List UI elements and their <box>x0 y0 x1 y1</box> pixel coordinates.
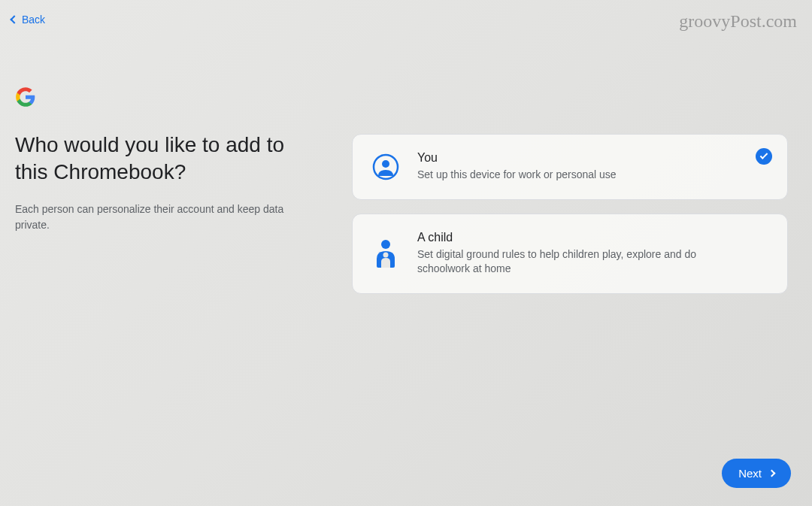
back-button[interactable]: Back <box>11 14 45 26</box>
option-title: A child <box>417 231 747 244</box>
page-heading: Who would you like to add to this Chrome… <box>15 132 301 186</box>
content-intro: Who would you like to add to this Chrome… <box>15 132 301 233</box>
option-text-block: A child Set digital ground rules to help… <box>417 231 769 277</box>
option-child[interactable]: A child Set digital ground rules to help… <box>352 214 788 294</box>
option-description: Set digital ground rules to help childre… <box>417 247 747 277</box>
options-list: You Set up this device for work or perso… <box>352 134 788 308</box>
option-title: You <box>417 151 747 165</box>
check-circle-icon <box>756 148 772 165</box>
svg-point-2 <box>381 240 390 249</box>
option-you[interactable]: You Set up this device for work or perso… <box>352 134 788 200</box>
chevron-left-icon <box>10 15 18 23</box>
svg-point-1 <box>382 160 389 168</box>
page-subtext: Each person can personalize their accoun… <box>15 201 301 233</box>
chevron-right-icon <box>768 470 776 477</box>
back-label: Back <box>22 14 45 26</box>
google-logo <box>15 86 36 113</box>
next-button[interactable]: Next <box>722 459 791 488</box>
svg-point-3 <box>383 253 389 258</box>
watermark-text: groovyPost.com <box>679 11 797 32</box>
next-label: Next <box>738 467 762 480</box>
option-text-block: You Set up this device for work or perso… <box>417 151 769 183</box>
child-icon <box>371 238 401 268</box>
option-description: Set up this device for work or personal … <box>417 168 747 183</box>
person-circle-icon <box>371 152 401 182</box>
